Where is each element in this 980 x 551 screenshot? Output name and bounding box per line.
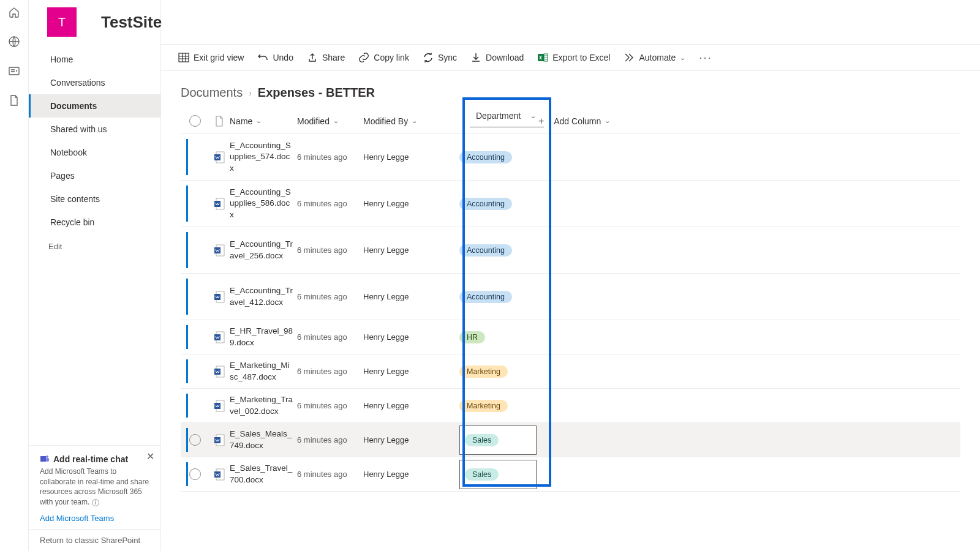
row-accent: [186, 359, 188, 383]
column-header-department[interactable]: Department ⌄: [476, 111, 536, 121]
cell-name[interactable]: E_Accounting_Supplies_574.docx: [230, 140, 297, 174]
more-button[interactable]: ···: [699, 51, 712, 64]
svg-rect-5: [179, 53, 189, 62]
word-doc-icon: [214, 400, 225, 412]
chat-panel-title: Add real-time chat: [40, 454, 149, 464]
classic-link[interactable]: Return to classic SharePoint: [29, 529, 160, 551]
row-accent: [186, 325, 188, 349]
sidebar-item-shared-with-us[interactable]: Shared with us: [29, 118, 160, 141]
department-pill: Accounting: [459, 244, 512, 257]
cell-modified-by: Henry Legge: [363, 246, 452, 255]
department-cell-editing[interactable]: Sales: [459, 425, 537, 455]
sidebar-item-home[interactable]: Home: [29, 48, 160, 71]
cell-modified: 6 minutes ago: [297, 246, 363, 255]
cell-department[interactable]: Sales: [452, 460, 538, 489]
add-teams-link[interactable]: Add Microsoft Teams: [40, 514, 149, 523]
globe-icon[interactable]: [8, 36, 20, 48]
cell-department[interactable]: Accounting: [452, 244, 538, 257]
export-excel-button[interactable]: Export to Excel: [537, 52, 610, 63]
cell-name[interactable]: E_Marketing_Misc_487.docx: [230, 360, 297, 382]
exit-grid-button[interactable]: Exit grid view: [178, 52, 244, 63]
chat-panel: ✕ Add real-time chat Add Microsoft Teams…: [29, 445, 160, 529]
file-type-header-icon[interactable]: [214, 116, 224, 127]
teams-icon: [40, 454, 50, 464]
column-header-modified-by[interactable]: Modified By⌄: [363, 116, 452, 126]
cell-modified-by: Henry Legge: [363, 367, 452, 376]
table-row[interactable]: E_Sales_Travel_700.docx6 minutes agoHenr…: [181, 457, 960, 492]
nav: HomeConversationsDocumentsShared with us…: [29, 44, 160, 235]
breadcrumb-root[interactable]: Documents: [181, 86, 243, 100]
cell-modified-by: Henry Legge: [363, 332, 452, 342]
table-row[interactable]: E_Accounting_Travel_412.docx6 minutes ag…: [181, 274, 960, 320]
grid-icon: [178, 52, 189, 63]
table-row[interactable]: E_Sales_Meals_749.docx6 minutes agoHenry…: [181, 423, 960, 457]
site-title: TestSite: [101, 13, 162, 32]
cell-department[interactable]: Accounting: [452, 198, 538, 210]
undo-button[interactable]: Undo: [257, 52, 293, 63]
select-all-checkbox[interactable]: [189, 115, 201, 127]
table-row[interactable]: E_Accounting_Travel_256.docx6 minutes ag…: [181, 227, 960, 274]
cell-name[interactable]: E_Accounting_Supplies_586.docx: [230, 187, 297, 220]
word-doc-icon: [214, 291, 225, 303]
copy-link-button[interactable]: Copy link: [358, 52, 409, 63]
cell-name[interactable]: E_Sales_Meals_749.docx: [230, 429, 297, 451]
column-header-modified[interactable]: Modified⌄: [297, 116, 363, 126]
sidebar-item-notebook[interactable]: Notebook: [29, 141, 160, 164]
sidebar: T HomeConversationsDocumentsShared with …: [29, 0, 161, 551]
cell-department[interactable]: Sales: [452, 425, 538, 455]
nav-edit-link[interactable]: Edit: [29, 235, 160, 258]
department-pill: Accounting: [459, 151, 512, 163]
share-button[interactable]: Share: [307, 52, 345, 63]
cell-department[interactable]: Marketing: [452, 365, 538, 378]
document-icon[interactable]: [8, 94, 20, 107]
cell-modified-by: Henry Legge: [363, 199, 452, 208]
word-doc-icon: [214, 331, 225, 343]
word-doc-icon: [214, 198, 225, 210]
sidebar-item-pages[interactable]: Pages: [29, 164, 160, 187]
news-icon[interactable]: [8, 65, 20, 77]
cell-modified: 6 minutes ago: [297, 292, 363, 301]
row-select-checkbox[interactable]: [189, 468, 201, 480]
svg-rect-2: [40, 456, 46, 462]
cell-name[interactable]: E_Marketing_Travel_002.docx: [230, 394, 297, 416]
close-icon[interactable]: ✕: [146, 451, 154, 462]
site-logo[interactable]: T: [47, 7, 77, 37]
row-accent: [186, 428, 188, 452]
download-button[interactable]: Download: [470, 52, 524, 63]
breadcrumb: Documents › Expenses - BETTER: [161, 71, 980, 108]
sync-icon: [423, 52, 434, 63]
cell-name[interactable]: E_Sales_Travel_700.docx: [230, 463, 297, 485]
add-column-button[interactable]: + Add Column⌄: [538, 116, 624, 127]
department-pill: Accounting: [459, 198, 512, 210]
sync-button[interactable]: Sync: [423, 52, 457, 63]
svg-rect-4: [46, 458, 49, 462]
cell-department[interactable]: HR: [452, 331, 538, 343]
cell-name[interactable]: E_Accounting_Travel_256.docx: [230, 239, 297, 261]
cell-department[interactable]: Accounting: [452, 151, 538, 163]
department-pill: Marketing: [459, 400, 508, 412]
row-select-checkbox[interactable]: [189, 434, 201, 446]
table-row[interactable]: E_Marketing_Misc_487.docx6 minutes agoHe…: [181, 354, 960, 389]
sidebar-item-site-contents[interactable]: Site contents: [29, 187, 160, 211]
chevron-down-icon: ⌄: [680, 54, 685, 62]
sidebar-item-documents[interactable]: Documents: [29, 94, 160, 118]
department-cell-editing[interactable]: Sales: [459, 460, 537, 489]
automate-button[interactable]: Automate ⌄: [624, 52, 685, 63]
sidebar-item-recycle-bin[interactable]: Recycle bin: [29, 211, 160, 234]
table-row[interactable]: E_Accounting_Supplies_574.docx6 minutes …: [181, 134, 960, 181]
row-accent: [186, 186, 188, 222]
cell-department[interactable]: Marketing: [452, 400, 538, 412]
table-row[interactable]: E_Accounting_Supplies_586.docx6 minutes …: [181, 181, 960, 227]
sidebar-item-conversations[interactable]: Conversations: [29, 71, 160, 94]
cell-name[interactable]: E_HR_Travel_989.docx: [230, 326, 297, 348]
cell-department[interactable]: Accounting: [452, 291, 538, 303]
column-header-name[interactable]: Name⌄: [230, 116, 297, 126]
home-icon[interactable]: [8, 6, 20, 18]
cell-name[interactable]: E_Accounting_Travel_412.docx: [230, 285, 297, 307]
department-pill: Sales: [465, 434, 499, 446]
cell-modified-by: Henry Legge: [363, 401, 452, 410]
table-row[interactable]: E_HR_Travel_989.docx6 minutes agoHenry L…: [181, 320, 960, 354]
word-doc-icon: [214, 365, 225, 378]
table-row[interactable]: E_Marketing_Travel_002.docx6 minutes ago…: [181, 389, 960, 423]
excel-icon: [537, 52, 548, 63]
